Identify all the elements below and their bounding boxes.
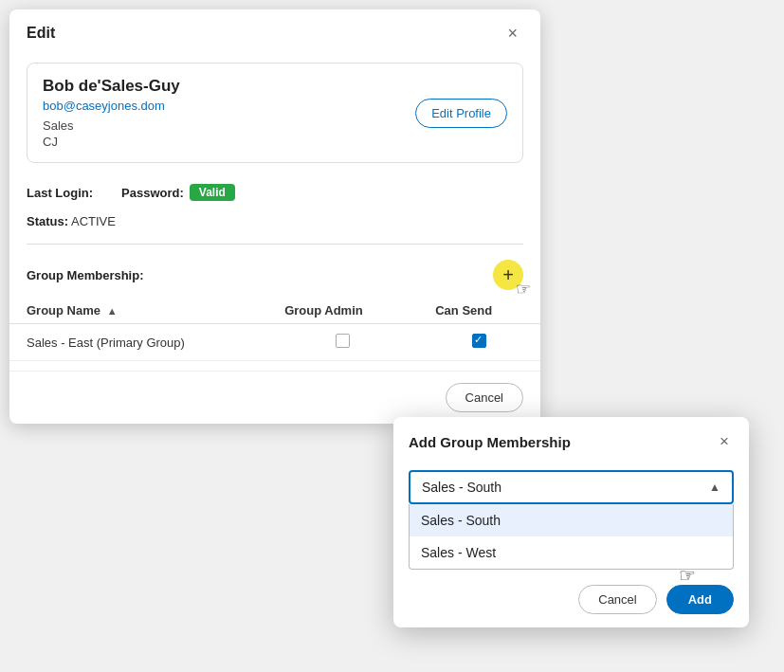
group-admin-cell (267, 324, 418, 361)
last-login-row: Last Login: Password: Valid (9, 176, 540, 209)
edit-modal-title: Edit (27, 25, 55, 42)
plus-icon: + (502, 264, 514, 286)
status-value: ACTIVE (71, 214, 116, 228)
user-email: bob@caseyjones.dom (43, 99, 180, 113)
add-modal-title: Add Group Membership (409, 434, 571, 450)
table-row: Sales - East (Primary Group) (9, 324, 540, 361)
col-group-name: Group Name ▲ (9, 298, 267, 324)
cursor-icon: ☞ (516, 279, 531, 300)
group-membership-label: Group Membership: (27, 268, 144, 282)
add-modal-cancel-button[interactable]: Cancel (578, 585, 656, 614)
dropdown-item-sales-west[interactable]: Sales - West (410, 536, 733, 569)
edit-modal-header: Edit × (9, 9, 540, 53)
user-card: Bob de'Sales-Guy bob@caseyjones.dom Sale… (27, 63, 523, 163)
col-can-send: Can Send (418, 298, 540, 324)
edit-profile-button[interactable]: Edit Profile (415, 99, 507, 128)
add-modal-close-button[interactable]: × (715, 430, 734, 453)
last-login-item: Last Login: (27, 186, 93, 200)
group-admin-checkbox[interactable] (336, 334, 350, 348)
col-group-admin: Group Admin (267, 298, 418, 324)
password-item: Password: Valid (121, 184, 235, 201)
edit-modal-footer: Cancel (9, 371, 540, 424)
add-group-button[interactable]: + ☞ (493, 260, 523, 290)
last-login-label: Last Login: (27, 186, 93, 200)
password-status-badge: Valid (190, 184, 235, 201)
cancel-button[interactable]: Cancel (446, 383, 523, 412)
group-dropdown[interactable]: Sales - South ▲ (409, 470, 734, 504)
can-send-checkbox[interactable] (472, 334, 486, 348)
sort-arrow-icon: ▲ (107, 305, 118, 317)
edit-modal-close-button[interactable]: × (501, 23, 523, 44)
add-modal-add-button[interactable]: Add (666, 585, 734, 614)
user-department: Sales (43, 118, 180, 133)
dropdown-list: Sales - South ☞ Sales - West (409, 504, 734, 570)
group-table-header: Group Name ▲ Group Admin Can Send (9, 298, 540, 324)
user-name: Bob de'Sales-Guy (43, 77, 180, 96)
add-modal-header: Add Group Membership × (393, 417, 749, 463)
dropdown-item-label: Sales - West (421, 545, 496, 560)
user-initials: CJ (43, 135, 180, 149)
user-info: Bob de'Sales-Guy bob@caseyjones.dom Sale… (43, 77, 180, 149)
add-modal-footer: Cancel Add (393, 570, 749, 627)
group-membership-header: Group Membership: + ☞ (9, 250, 540, 298)
group-table-body: Sales - East (Primary Group) (9, 324, 540, 361)
divider-1 (27, 244, 523, 245)
group-table: Group Name ▲ Group Admin Can Send Sales … (9, 298, 540, 361)
can-send-cell (418, 324, 540, 361)
status-label: Status: (27, 214, 68, 228)
password-label: Password: (121, 186, 184, 200)
add-group-modal: Add Group Membership × Sales - South ▲ S… (393, 417, 749, 627)
dropdown-item-label: Sales - South (421, 513, 501, 528)
group-dropdown-container: Sales - South ▲ Sales - South ☞ Sales - … (409, 470, 734, 570)
dropdown-selected-value: Sales - South (422, 480, 501, 495)
edit-modal: Edit × Bob de'Sales-Guy bob@caseyjones.d… (9, 9, 540, 424)
chevron-up-icon: ▲ (709, 481, 720, 494)
group-name-cell: Sales - East (Primary Group) (9, 324, 267, 361)
dropdown-item-sales-south[interactable]: Sales - South ☞ (410, 504, 733, 536)
status-row: Status: ACTIVE (9, 209, 540, 238)
